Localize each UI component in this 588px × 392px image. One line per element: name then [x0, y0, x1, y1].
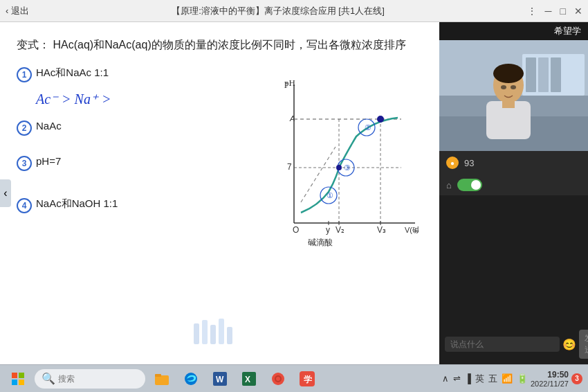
chevron-left-icon: ‹: [3, 187, 7, 199]
svg-text:①: ①: [327, 191, 333, 199]
lesson-area: ‹ 变式： HAc(aq)和NaAc(aq)的物质的量的浓度比例不同时，写出各微…: [0, 22, 439, 364]
svg-rect-48: [12, 380, 17, 385]
taskbar-excel-app[interactable]: X: [237, 366, 261, 391]
time-display: 19:50 2022/11/27: [531, 370, 569, 388]
graph-container: pH ↑ V(碱) A 7: [266, 78, 419, 258]
taskbar-left: 🔍 W: [6, 366, 320, 391]
camera-feed: [439, 40, 588, 151]
chat-area: 😊 发送: [439, 195, 588, 364]
svg-text:y: y: [326, 225, 330, 235]
toggle-area: ⌂: [439, 175, 588, 195]
volume-icon[interactable]: ▐: [465, 373, 471, 384]
svg-text:O: O: [293, 225, 299, 235]
svg-rect-29: [202, 320, 208, 344]
titlebar: ‹ 退出 【原理:溶液中的平衡】离子浓度综合应用 [共1人在线] ⋮ ─ □ ✕: [0, 0, 588, 22]
main-window: ‹ 退出 【原理:溶液中的平衡】离子浓度综合应用 [共1人在线] ⋮ ─ □ ✕…: [0, 0, 588, 392]
main-content: ‹ 变式： HAc(aq)和NaAc(aq)的物质的量的浓度比例不同时，写出各微…: [0, 22, 588, 364]
folder-icon: [154, 371, 169, 386]
svg-text:A: A: [289, 114, 295, 123]
sidebar: 希望学: [439, 22, 588, 364]
notification-badge[interactable]: 3: [571, 373, 582, 384]
coin-icon: ●: [446, 157, 459, 169]
lang-en-label[interactable]: 英: [475, 373, 484, 385]
start-button[interactable]: [6, 366, 30, 391]
emoji-button[interactable]: 😊: [562, 336, 576, 353]
word-icon: W: [213, 372, 227, 386]
search-box[interactable]: 🔍: [35, 369, 145, 389]
chat-input-row: 😊 发送: [445, 330, 582, 359]
back-label: 退出: [11, 5, 29, 17]
svg-rect-43: [502, 98, 515, 108]
more-icon[interactable]: ⋮: [527, 6, 537, 17]
svg-text:W: W: [216, 375, 224, 384]
item-label-2: NaAc: [36, 120, 62, 132]
sidebar-stats: ● 93: [439, 151, 588, 175]
svg-rect-50: [155, 375, 169, 385]
item-number-1: 1: [17, 67, 32, 82]
excel-icon: X: [242, 372, 256, 386]
svg-rect-32: [227, 327, 232, 344]
svg-rect-37: [538, 57, 549, 92]
item-number-4: 4: [17, 198, 32, 213]
windows-logo-icon: [12, 373, 24, 385]
svg-rect-51: [155, 374, 161, 377]
svg-text:V₃: V₃: [377, 225, 386, 235]
titlebar-controls: ⋮ ─ □ ✕: [527, 6, 582, 17]
system-icons: ∧ ⇌ ▐ 英 五 📶 🔋: [442, 373, 528, 385]
taskbar-word-app[interactable]: W: [208, 366, 232, 391]
svg-text:③: ③: [344, 163, 351, 172]
svg-rect-38: [551, 57, 561, 92]
svg-text:碱滴酸: 碱滴酸: [308, 238, 333, 247]
teacher-video: [439, 40, 588, 151]
svg-rect-47: [19, 373, 24, 378]
taskbar-edge-app[interactable]: [178, 366, 203, 391]
svg-point-26: [377, 116, 384, 123]
svg-point-41: [493, 64, 524, 83]
edge-icon: [184, 372, 198, 386]
svg-rect-49: [19, 380, 24, 385]
svg-point-45: [511, 85, 516, 89]
svg-text:②: ②: [365, 123, 371, 132]
whiteboard: 变式： HAc(aq)和NaAc(aq)的物质的量的浓度比例不同时，写出各微粒浓…: [0, 22, 439, 364]
svg-rect-28: [194, 323, 199, 344]
item-label-1: HAc和NaAc 1:1: [36, 66, 109, 80]
svg-text:V(碱): V(碱): [405, 226, 419, 234]
svg-text:↑: ↑: [284, 79, 289, 89]
learn-icon: 学: [300, 371, 315, 386]
teacher-image: [439, 40, 588, 151]
brand-header: 希望学: [439, 22, 588, 40]
svg-point-44: [501, 85, 506, 89]
maximize-button[interactable]: □: [560, 6, 566, 17]
svg-text:V₂: V₂: [336, 225, 344, 235]
lang-zh-label[interactable]: 五: [488, 373, 497, 385]
item-number-3: 3: [17, 156, 32, 171]
back-button[interactable]: ‹ 退出: [6, 5, 29, 17]
toggle-switch[interactable]: [457, 179, 482, 191]
question-title: 变式： HAc(aq)和NaAc(aq)的物质的量的浓度比例不同时，写出各微粒浓…: [17, 36, 425, 54]
taskbar-learn-app[interactable]: 学: [295, 366, 320, 391]
send-button[interactable]: 发送: [579, 330, 588, 359]
taskbar-camera-app[interactable]: [266, 366, 291, 391]
decorative-equipment: [187, 317, 242, 354]
svg-text:学: 学: [304, 375, 312, 384]
wifi-icon: 📶: [502, 373, 513, 384]
ph-graph: pH ↑ V(碱) A 7: [266, 78, 419, 258]
svg-rect-46: [12, 373, 17, 378]
taskbar-files-app[interactable]: [149, 366, 174, 391]
svg-rect-31: [219, 319, 224, 344]
clock-date: 2022/11/27: [531, 380, 569, 388]
home-icon: ⌂: [446, 180, 452, 190]
chevron-up-icon[interactable]: ∧: [442, 373, 449, 384]
item-number-2: 2: [17, 121, 32, 136]
window-title: 【原理:溶液中的平衡】离子浓度综合应用 [共1人在线]: [29, 5, 526, 17]
close-button[interactable]: ✕: [574, 6, 582, 17]
brand-name: 希望学: [554, 25, 581, 37]
clock-time: 19:50: [531, 370, 569, 380]
collapse-panel-button[interactable]: ‹: [0, 179, 11, 207]
minimize-button[interactable]: ─: [545, 6, 552, 17]
back-icon: ‹: [6, 6, 8, 16]
toggle-knob: [471, 180, 481, 190]
search-input[interactable]: [58, 374, 127, 384]
chat-input[interactable]: [445, 337, 560, 352]
camera-app-icon: [271, 372, 285, 386]
